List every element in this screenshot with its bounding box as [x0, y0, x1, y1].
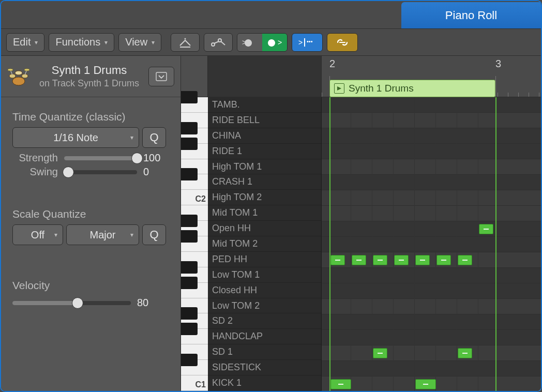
grid-lane[interactable]: [322, 144, 541, 159]
region-header: Synth 1 Drums on Track Synth 1 Drums: [1, 56, 180, 97]
drumkit-icon: [7, 65, 30, 88]
black-key[interactable]: [181, 354, 198, 366]
midi-note[interactable]: [458, 255, 472, 265]
note-velocity-indicator: [484, 229, 489, 230]
keyboard-key[interactable]: [181, 97, 208, 113]
grid-lane[interactable]: [322, 97, 541, 113]
scale-type-select[interactable]: Major ▾: [66, 224, 139, 245]
note-grid[interactable]: [322, 97, 541, 391]
scale-root-select[interactable]: Off ▾: [12, 224, 63, 245]
note-velocity-indicator: [420, 260, 425, 261]
grid-lane[interactable]: [322, 159, 541, 175]
svg-text:>: >: [278, 38, 282, 47]
drum-lane-label: PED HH: [208, 252, 321, 267]
velocity-slider[interactable]: [12, 301, 131, 305]
drum-lane-label: CRASH 1: [208, 174, 321, 190]
velocity-value: 80: [137, 297, 166, 309]
midi-note[interactable]: [352, 255, 366, 265]
black-key[interactable]: [181, 91, 198, 103]
black-key[interactable]: [181, 261, 198, 274]
midi-note[interactable]: [330, 255, 345, 265]
grid-lane[interactable]: [322, 113, 541, 128]
midi-region-clip[interactable]: Synth 1 Drums: [329, 80, 495, 97]
note-velocity-indicator: [378, 353, 383, 354]
grid-lane[interactable]: [322, 268, 541, 283]
grid-lane[interactable]: [322, 283, 541, 299]
grid-lane[interactable]: [322, 314, 541, 330]
note-velocity-indicator: [338, 384, 343, 385]
midi-note[interactable]: [479, 224, 493, 234]
keyboard-column[interactable]: C2C1: [181, 97, 208, 391]
midi-note[interactable]: [415, 379, 436, 389]
midi-note[interactable]: [415, 255, 430, 265]
grid-lane[interactable]: [322, 330, 541, 345]
midi-note[interactable]: [330, 379, 351, 389]
midi-note[interactable]: [436, 255, 451, 265]
ruler[interactable]: 23Synth 1 Drums: [181, 56, 541, 97]
grid-lane[interactable]: [322, 128, 541, 144]
play-icon: [334, 83, 344, 94]
drum-lane-label: Low TOM 1: [208, 267, 321, 283]
catch-playhead-button[interactable]: >•••: [292, 33, 323, 52]
keyboard-key[interactable]: [181, 144, 208, 159]
black-key[interactable]: [181, 307, 198, 320]
menu-functions[interactable]: Functions ▾: [49, 33, 114, 52]
grid-lane[interactable]: [322, 175, 541, 190]
black-key[interactable]: [181, 122, 198, 134]
menu-view[interactable]: View ▾: [118, 33, 161, 52]
slider-knob[interactable]: [131, 153, 143, 164]
octave-label: C2: [195, 194, 206, 204]
scale-quantize-label: Scale Quantize: [12, 208, 166, 220]
grid-lane[interactable]: [322, 206, 541, 221]
menu-edit[interactable]: Edit ▾: [6, 33, 44, 52]
strength-value: 100: [143, 152, 166, 164]
svg-marker-20: [337, 86, 341, 91]
keyboard-key[interactable]: [181, 236, 208, 252]
chevron-down-icon: ▾: [130, 134, 133, 141]
automation-tool-button[interactable]: [204, 33, 233, 52]
link-button[interactable]: [327, 33, 358, 52]
midi-note[interactable]: [373, 348, 387, 358]
keyboard-key[interactable]: C1: [181, 375, 208, 391]
grid-lane[interactable]: [322, 190, 541, 206]
black-key[interactable]: [181, 138, 198, 150]
grid-lane[interactable]: [322, 237, 541, 252]
strength-slider[interactable]: [64, 156, 137, 160]
slider-knob[interactable]: [63, 167, 74, 178]
grid-lane[interactable]: [322, 221, 541, 237]
drum-lane-label: Open HH: [208, 221, 321, 236]
grid-lane[interactable]: [322, 345, 541, 361]
ruler-bar-number: 3: [495, 58, 501, 70]
swing-label: Swing: [12, 166, 58, 178]
inspector-disclosure-button[interactable]: [148, 67, 174, 86]
time-quantize-select[interactable]: 1/16 Note ▾: [12, 127, 139, 148]
black-key[interactable]: [181, 323, 198, 335]
midi-note[interactable]: [458, 348, 472, 358]
region-color-out-button[interactable]: >: [262, 34, 287, 51]
keyboard-key[interactable]: [181, 329, 208, 344]
drum-lane-label: CHINA: [208, 128, 321, 144]
black-key[interactable]: [181, 168, 198, 180]
slider-knob[interactable]: [72, 297, 83, 309]
time-quantize-label: Time Quantize (classic): [12, 111, 166, 123]
quantize-button[interactable]: Q: [142, 127, 166, 148]
collapse-tool-button[interactable]: [171, 33, 200, 52]
keyboard-key[interactable]: [181, 174, 208, 190]
tab-piano-roll[interactable]: Piano Roll: [401, 2, 541, 28]
keyboard-key[interactable]: [181, 283, 208, 298]
grid-lane[interactable]: [322, 361, 541, 376]
midi-note[interactable]: [394, 255, 409, 265]
midi-note[interactable]: [373, 255, 387, 265]
grid-lane[interactable]: [322, 299, 541, 314]
black-key[interactable]: [181, 215, 198, 227]
ruler-time-area[interactable]: 23Synth 1 Drums: [322, 56, 541, 97]
region-color-in-button[interactable]: >: [237, 34, 262, 51]
content: Synth 1 Drums on Track Synth 1 Drums Tim…: [1, 56, 541, 391]
drum-lane-label: SIDESTICK: [208, 360, 321, 375]
black-key[interactable]: [181, 277, 198, 289]
keyboard-key[interactable]: C2: [181, 190, 208, 205]
scale-quantize-button[interactable]: Q: [142, 224, 166, 245]
black-key[interactable]: [181, 230, 198, 243]
swing-slider[interactable]: [64, 170, 137, 174]
keyboard-key[interactable]: [181, 360, 208, 375]
